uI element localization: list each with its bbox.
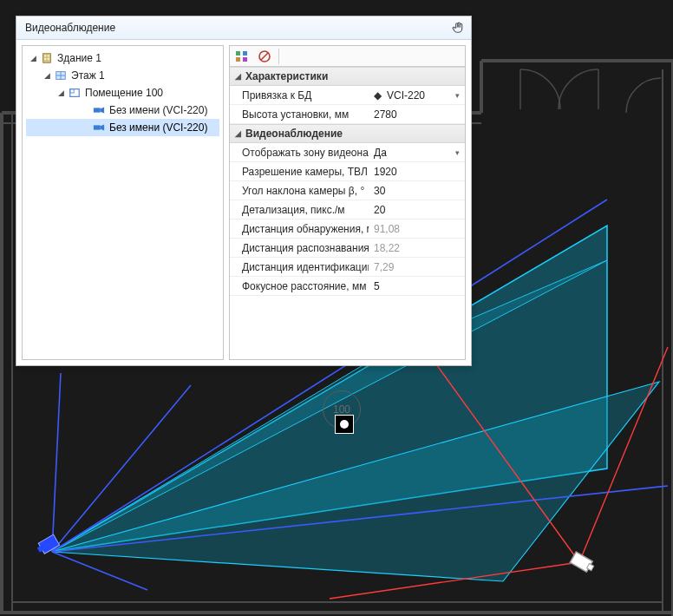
property-value[interactable]: 91,08	[369, 220, 465, 238]
chevron-down-icon: ◢	[235, 129, 245, 138]
svg-rect-20	[44, 58, 46, 60]
camera-icon	[92, 121, 106, 134]
property-name: Высота установки, мм	[230, 105, 369, 123]
property-category[interactable]: ◢Видеонаблюдение	[230, 124, 465, 143]
property-name: Фокусное расстояние, мм	[230, 277, 369, 295]
category-title: Видеонаблюдение	[245, 128, 343, 140]
chevron-down-icon: ◢	[235, 72, 245, 81]
property-pane: ◢ХарактеристикиПривязка к БД◆VCI-220▾Выс…	[229, 45, 466, 360]
svg-rect-29	[94, 125, 101, 129]
property-value[interactable]: 2780	[369, 105, 465, 123]
property-value[interactable]: 7,29	[369, 258, 465, 276]
tree-item-label: Помещение 100	[85, 87, 163, 99]
svg-rect-27	[94, 108, 101, 112]
tree-item-4[interactable]: Без имени (VCI-220)	[26, 119, 219, 136]
camera-marker-right[interactable]	[570, 552, 596, 573]
svg-rect-26	[70, 89, 74, 93]
center-point-marker[interactable]	[335, 415, 354, 434]
property-value[interactable]: 18,22	[369, 239, 465, 257]
tree-item-label: Без имени (VCI-220)	[109, 121, 207, 134]
room-icon	[68, 86, 82, 100]
property-toolbar	[230, 46, 465, 67]
property-value[interactable]: 30	[369, 181, 465, 200]
tree-pane[interactable]: ◢Здание 1◢Этаж 1◢Помещение 100Без имени …	[22, 45, 224, 360]
property-value-text: 30	[374, 185, 385, 197]
svg-rect-19	[48, 56, 49, 57]
svg-line-36	[261, 53, 268, 60]
tree-item-label: Этаж 1	[71, 69, 105, 82]
property-value-text: 1920	[374, 166, 397, 178]
svg-marker-28	[101, 108, 104, 114]
panel-title: Видеонаблюдение	[25, 22, 115, 34]
svg-rect-21	[48, 58, 49, 60]
property-row[interactable]: Дистанция идентификации, м7,29	[230, 258, 465, 277]
video-surveillance-panel: Видеонаблюдение ◢Здание 1◢Этаж 1◢Помещен…	[16, 16, 472, 366]
room-number-text: 100	[333, 403, 350, 416]
tree-item-label: Без имени (VCI-220)	[109, 104, 207, 116]
panel-header[interactable]: Видеонаблюдение	[16, 16, 471, 40]
property-name: Дистанция идентификации, м	[230, 258, 369, 276]
svg-rect-17	[43, 54, 51, 63]
property-value[interactable]: 20	[369, 200, 465, 219]
tree-item-label: Здание 1	[57, 52, 101, 64]
tree-toggle-icon[interactable]: ◢	[42, 71, 52, 80]
property-value-text: 91,08	[374, 223, 400, 235]
property-value[interactable]: Да▾	[369, 143, 465, 161]
sort-icon[interactable]	[256, 48, 273, 65]
toolbar-divider	[278, 49, 279, 64]
svg-rect-18	[44, 56, 46, 57]
chevron-down-icon[interactable]: ▾	[455, 91, 460, 100]
tree-item-0[interactable]: ◢Здание 1	[26, 49, 219, 67]
svg-rect-33	[236, 57, 240, 62]
property-row[interactable]: Дистанция обнаружения, м91,08	[230, 220, 465, 239]
property-value[interactable]: 1920	[369, 162, 465, 180]
svg-rect-32	[243, 51, 247, 56]
property-value-text: VCI-220	[387, 89, 425, 102]
property-row[interactable]: Высота установки, мм2780	[230, 105, 465, 124]
diamond-icon: ◆	[374, 89, 382, 102]
property-value-text: 20	[374, 204, 385, 216]
property-value-text: 18,22	[374, 242, 400, 254]
property-value-text: 7,29	[374, 261, 394, 273]
property-row[interactable]: Фокусное расстояние, мм5	[230, 277, 465, 296]
tree-item-2[interactable]: ◢Помещение 100	[26, 84, 219, 102]
svg-rect-31	[236, 51, 240, 56]
property-name: Отображать зону видеонабл...	[230, 143, 369, 161]
property-row[interactable]: Привязка к БД◆VCI-220▾	[230, 86, 465, 105]
categorize-icon[interactable]	[233, 48, 251, 65]
category-title: Характеристики	[245, 70, 328, 82]
tree-item-3[interactable]: Без имени (VCI-220)	[26, 102, 219, 119]
chevron-down-icon[interactable]: ▾	[455, 148, 460, 157]
tree-toggle-icon[interactable]: ◢	[28, 54, 38, 62]
building-icon	[40, 51, 54, 65]
property-category[interactable]: ◢Характеристики	[230, 67, 465, 86]
property-row[interactable]: Разрешение камеры, ТВЛ1920	[230, 162, 465, 181]
camera-icon	[92, 103, 106, 117]
property-name: Детализация, пикс./м	[230, 200, 369, 219]
property-value-text: 5	[374, 280, 380, 292]
property-name: Дистанция обнаружения, м	[230, 220, 369, 238]
property-name: Дистанция распознавания, м	[230, 239, 369, 257]
hand-cursor-icon[interactable]	[450, 20, 466, 36]
property-grid[interactable]: ◢ХарактеристикиПривязка к БД◆VCI-220▾Выс…	[230, 67, 465, 359]
property-value-text: 2780	[374, 108, 397, 121]
property-row[interactable]: Детализация, пикс./м20	[230, 200, 465, 220]
property-value[interactable]: ◆VCI-220▾	[369, 86, 465, 104]
svg-rect-34	[243, 57, 247, 62]
property-value-text: Да	[374, 147, 387, 159]
property-name: Привязка к БД	[230, 86, 369, 104]
tree-toggle-icon[interactable]: ◢	[56, 88, 66, 97]
svg-line-7	[52, 373, 61, 552]
property-name: Угол наклона камеры β, °	[230, 181, 369, 200]
floor-icon	[54, 69, 68, 82]
property-value[interactable]: 5	[369, 277, 465, 295]
property-name: Разрешение камеры, ТВЛ	[230, 162, 369, 180]
property-row[interactable]: Отображать зону видеонабл...Да▾	[230, 143, 465, 162]
property-row[interactable]: Дистанция распознавания, м18,22	[230, 239, 465, 258]
svg-marker-30	[101, 125, 104, 131]
property-row[interactable]: Угол наклона камеры β, °30	[230, 181, 465, 200]
tree-item-1[interactable]: ◢Этаж 1	[26, 67, 219, 84]
